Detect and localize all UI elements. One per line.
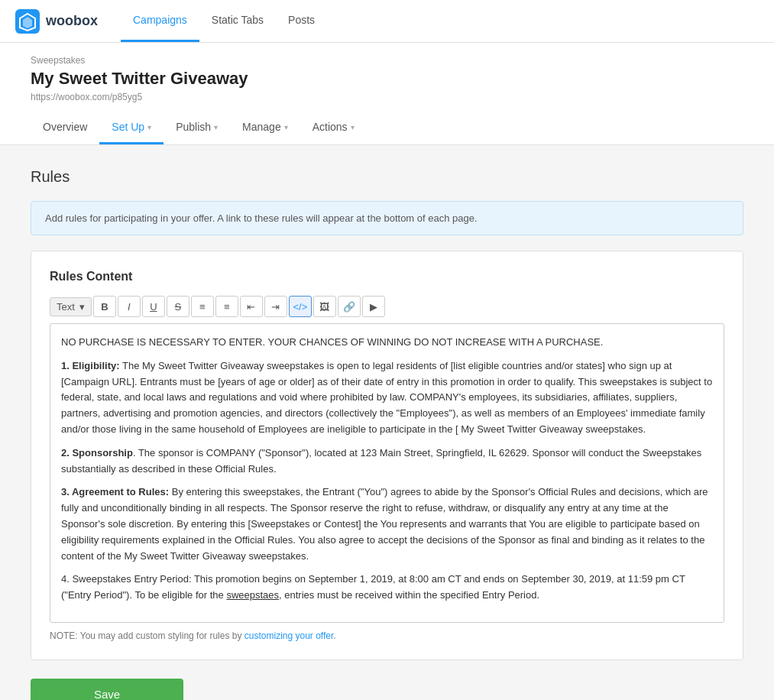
indent-button[interactable]: ⇥ bbox=[264, 296, 287, 317]
editor-item-1: 1. Eligibility: The My Sweet Twitter Giv… bbox=[61, 358, 713, 438]
link-button[interactable]: 🔗 bbox=[338, 296, 361, 317]
underline-button[interactable]: U bbox=[142, 296, 165, 317]
manage-caret: ▾ bbox=[284, 123, 288, 131]
image-button[interactable]: 🖼 bbox=[313, 296, 336, 317]
info-banner: Add rules for participating in your offe… bbox=[31, 201, 743, 235]
sub-nav-actions[interactable]: Actions ▾ bbox=[300, 112, 367, 144]
rules-card: Rules Content Text ▾ B I U S ≡ ≡ ⇤ ⇥ </>… bbox=[31, 251, 743, 660]
sub-nav-setup[interactable]: Set Up ▾ bbox=[99, 112, 164, 144]
editor-intro: NO PURCHASE IS NECESSARY TO ENTER. YOUR … bbox=[61, 335, 713, 351]
outdent-button[interactable]: ⇤ bbox=[240, 296, 263, 317]
breadcrumb: Sweepstakes bbox=[31, 55, 743, 66]
strikethrough-button[interactable]: S bbox=[167, 296, 189, 317]
sub-nav-publish[interactable]: Publish ▾ bbox=[164, 112, 230, 144]
sub-nav: Overview Set Up ▾ Publish ▾ Manage ▾ Act… bbox=[31, 112, 743, 144]
format-selector-caret: ▾ bbox=[79, 301, 85, 313]
customizing-offer-link[interactable]: customizing your offer bbox=[245, 630, 334, 641]
note-text: NOTE: You may add custom styling for rul… bbox=[50, 630, 724, 641]
section-title: Rules bbox=[31, 168, 743, 186]
editor-item-3: 3. Agreement to Rules: By entering this … bbox=[61, 484, 713, 564]
code-button[interactable]: </> bbox=[289, 296, 312, 317]
top-nav: woobox Campaigns Static Tabs Posts bbox=[0, 0, 774, 43]
text-format-selector[interactable]: Text ▾ bbox=[50, 297, 92, 316]
sub-nav-manage[interactable]: Manage ▾ bbox=[230, 112, 300, 144]
page-title: My Sweet Twitter Giveaway bbox=[31, 69, 743, 89]
editor-item-2: 2. Sponsorship. The sponsor is COMPANY (… bbox=[61, 446, 713, 478]
bold-button[interactable]: B bbox=[93, 296, 116, 317]
main-content: Rules Add rules for participating in you… bbox=[0, 145, 774, 700]
actions-caret: ▾ bbox=[351, 123, 355, 131]
unordered-list-button[interactable]: ≡ bbox=[191, 296, 214, 317]
publish-caret: ▾ bbox=[214, 123, 218, 131]
ordered-list-button[interactable]: ≡ bbox=[215, 296, 238, 317]
save-button[interactable]: Save bbox=[31, 679, 183, 700]
format-toolbar: Text ▾ B I U S ≡ ≡ ⇤ ⇥ </> 🖼 🔗 ▶ bbox=[50, 296, 724, 317]
editor-area[interactable]: NO PURCHASE IS NECESSARY TO ENTER. YOUR … bbox=[50, 323, 724, 623]
logo-text: woobox bbox=[46, 13, 98, 29]
logo-icon bbox=[15, 9, 40, 34]
video-button[interactable]: ▶ bbox=[362, 296, 385, 317]
editor-item-4: 4. Sweepstakes Entry Period: This promot… bbox=[61, 572, 713, 604]
nav-campaigns[interactable]: Campaigns bbox=[121, 0, 199, 42]
logo[interactable]: woobox bbox=[15, 9, 98, 34]
italic-button[interactable]: I bbox=[118, 296, 141, 317]
page-url: https://woobox.com/p85yg5 bbox=[31, 92, 743, 102]
rules-card-title: Rules Content bbox=[50, 270, 724, 284]
setup-caret: ▾ bbox=[147, 123, 151, 131]
nav-posts[interactable]: Posts bbox=[276, 0, 327, 42]
format-selector-label: Text bbox=[57, 301, 75, 313]
page-header: Sweepstakes My Sweet Twitter Giveaway ht… bbox=[0, 43, 774, 145]
nav-static-tabs[interactable]: Static Tabs bbox=[199, 0, 276, 42]
nav-links: Campaigns Static Tabs Posts bbox=[121, 0, 327, 42]
sub-nav-overview[interactable]: Overview bbox=[31, 112, 99, 144]
